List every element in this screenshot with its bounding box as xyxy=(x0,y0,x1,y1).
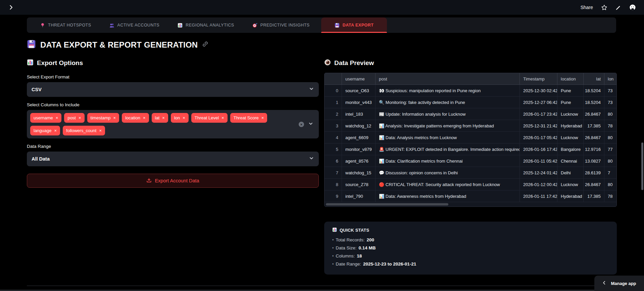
column-tag[interactable]: lat× xyxy=(152,113,168,123)
chevron-down-icon[interactable] xyxy=(308,121,313,128)
remove-tag-icon[interactable]: × xyxy=(113,116,116,120)
remove-tag-icon[interactable]: × xyxy=(54,128,57,133)
stat-item: •Total Records:200 xyxy=(332,236,609,244)
column-header[interactable] xyxy=(325,73,342,84)
github-icon[interactable] xyxy=(629,4,636,11)
table-cell: 73 xyxy=(604,85,617,96)
column-header[interactable]: Timestamp xyxy=(520,73,557,84)
bullet-icon: • xyxy=(332,236,334,244)
column-tag[interactable]: location× xyxy=(122,113,149,123)
floppy-disk-icon xyxy=(335,23,340,28)
page-title: DATA EXPORT & REPORT GENERATION xyxy=(40,40,198,50)
quick-stats-panel: QUICK STATS •Total Records:200•Data Size… xyxy=(324,222,617,275)
quick-stats-title: QUICK STATS xyxy=(340,228,369,233)
floppy-disk-icon xyxy=(27,40,36,50)
tab-data-export[interactable]: DATA EXPORT xyxy=(321,17,387,33)
column-tag[interactable]: timestamp× xyxy=(87,113,119,123)
table-cell: 26.8467 xyxy=(584,108,604,120)
table-cell: watchdog_15 xyxy=(342,167,376,178)
section-title: Export Options xyxy=(37,59,83,67)
table-cell: 2026-01-11 05:42 xyxy=(520,155,557,167)
remove-tag-icon[interactable]: × xyxy=(183,116,185,120)
stat-value: 0.14 MB xyxy=(358,244,376,252)
sidebar-expand-icon[interactable] xyxy=(8,4,14,10)
table-cell: 13.0827 xyxy=(584,155,604,167)
selected-columns-list: username×post×timestamp×location×lat×lon… xyxy=(30,113,297,135)
table-cell: Chennai xyxy=(557,155,584,167)
table-horizontal-scrollbar[interactable] xyxy=(325,202,616,207)
clear-all-icon[interactable]: × xyxy=(299,122,304,127)
download-icon xyxy=(146,178,152,184)
column-tag-label: location xyxy=(125,115,140,120)
data-preview-section: Data Preview usernamepostTimestamplocati… xyxy=(324,59,617,275)
table-cell: agent_8576 xyxy=(342,155,376,167)
column-tag[interactable]: username× xyxy=(30,113,61,123)
tab-threat-hotspots[interactable]: THREAT HOTSPOTS xyxy=(34,17,98,33)
remove-tag-icon[interactable]: × xyxy=(99,128,102,133)
export-format-label: Select Export Format xyxy=(27,74,319,79)
tab-regional-analytics[interactable]: REGIONAL ANALYTICS xyxy=(171,17,241,33)
column-tag[interactable]: post× xyxy=(64,113,84,123)
columns-multiselect[interactable]: username×post×timestamp×location×lat×lon… xyxy=(27,110,319,138)
table-row: 9intel_790📊 Data: Awareness metrics from… xyxy=(325,190,617,202)
remove-tag-icon[interactable]: × xyxy=(143,116,146,120)
data-range-value: All Data xyxy=(32,156,50,162)
star-icon[interactable] xyxy=(601,4,607,11)
table-cell: 2025-12-27 06:42 xyxy=(520,97,557,108)
column-tag-label: language xyxy=(34,128,52,133)
column-tag-label: lon xyxy=(174,115,180,120)
column-tag[interactable]: language× xyxy=(30,126,60,135)
column-header[interactable]: username xyxy=(342,73,376,84)
table-cell: 2026-01-12 00:42 xyxy=(520,179,557,190)
table-cell: intel_790 xyxy=(342,190,376,202)
export-format-select[interactable]: CSV xyxy=(27,82,319,97)
bullet-icon: • xyxy=(332,244,334,252)
export-options-header: Export Options xyxy=(27,59,319,67)
remove-tag-icon[interactable]: × xyxy=(221,116,224,120)
remove-tag-icon[interactable]: × xyxy=(56,116,58,120)
stat-label: Date Range: xyxy=(336,260,361,268)
stat-label: Columns: xyxy=(336,252,355,260)
table-cell: 2025-12-30 02:42 xyxy=(520,85,557,96)
column-tag[interactable]: followers_count× xyxy=(63,126,105,135)
stat-label: Data Size: xyxy=(336,244,356,252)
table-cell: 26.8467 xyxy=(584,179,604,190)
stat-label: Total Records: xyxy=(336,236,364,244)
table-cell: 80 xyxy=(604,155,617,167)
table-cell: 2025-12-31 21:42 xyxy=(520,120,557,131)
table-cell: 18.5204 xyxy=(584,97,604,108)
export-account-data-button[interactable]: Export Account Data xyxy=(27,174,319,188)
columns-label: Select Columns to Include xyxy=(27,102,319,107)
chevron-left-icon xyxy=(602,281,606,286)
remove-tag-icon[interactable]: × xyxy=(79,116,81,120)
column-header[interactable]: location xyxy=(557,73,584,84)
column-header[interactable]: post xyxy=(376,73,520,84)
table-cell: 17.385 xyxy=(584,190,604,202)
stat-item: •Date Range:2025-12-23 to 2026-01-21 xyxy=(332,260,609,268)
pencil-icon[interactable] xyxy=(615,5,621,10)
manage-app-button[interactable]: Manage app xyxy=(594,276,644,291)
data-range-select[interactable]: All Data xyxy=(27,152,319,166)
table-cell: 80 xyxy=(604,108,617,120)
tab-predictive-insights[interactable]: PREDICTIVE INSIGHTS xyxy=(246,17,316,33)
tab-active-accounts[interactable]: ACTIVE ACCOUNTS xyxy=(103,17,166,33)
export-options-section: Export Options Select Export Format CSV … xyxy=(27,59,319,188)
table-cell: 18.5204 xyxy=(584,85,604,96)
table-cell: 7 xyxy=(604,167,617,178)
column-tag[interactable]: Threat Score× xyxy=(230,113,267,123)
chevron-down-icon xyxy=(309,156,314,162)
page-vertical-scrollbar-thumb[interactable] xyxy=(641,142,643,190)
link-icon[interactable] xyxy=(202,41,208,49)
table-row: 7watchdog_15💬 Discussion: opinion concer… xyxy=(325,167,617,179)
horizontal-scrollbar-thumb[interactable] xyxy=(326,203,448,206)
table-cell: 3 xyxy=(325,120,342,131)
column-tag[interactable]: Threat Level× xyxy=(191,113,228,123)
remove-tag-icon[interactable]: × xyxy=(162,116,165,120)
column-tag-label: Threat Score xyxy=(234,115,259,120)
column-header[interactable]: lon xyxy=(604,73,617,84)
column-header[interactable]: lat xyxy=(584,73,604,84)
column-tag[interactable]: lon× xyxy=(171,113,189,123)
share-button[interactable]: Share xyxy=(581,5,593,10)
remove-tag-icon[interactable]: × xyxy=(261,116,264,120)
table-cell: Bangalore xyxy=(557,143,584,155)
